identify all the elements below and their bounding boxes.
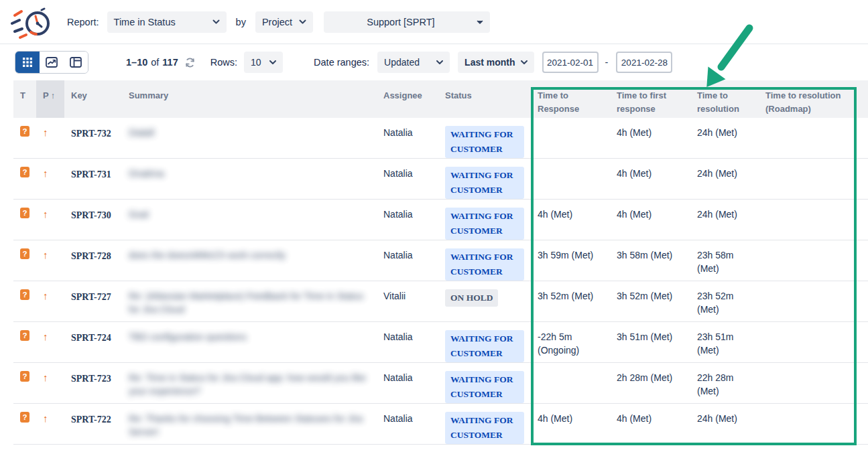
date-from-input[interactable] <box>542 52 599 73</box>
view-switcher <box>15 51 88 74</box>
table-row[interactable]: ? ↑ SPRT-723 Re: Time in Status for Jira… <box>13 363 868 404</box>
cell-time-to-response <box>531 118 610 126</box>
chevron-down-icon <box>269 60 276 64</box>
question-mark-icon: ? <box>20 126 29 137</box>
chart-view-button[interactable] <box>40 52 64 73</box>
column-header-assignee[interactable]: Assignee <box>377 80 438 118</box>
issue-key[interactable]: SPRT-723 <box>64 363 122 386</box>
arrow-up-icon: ↑ <box>43 167 48 180</box>
column-header-priority[interactable]: P↑ <box>36 80 64 118</box>
chevron-down-icon <box>436 60 443 64</box>
assignee-link[interactable]: Natalia <box>377 200 438 221</box>
cell-time-to-response <box>531 363 610 371</box>
issue-summary: Re: Time in Status for Jira Cloud app: h… <box>122 363 377 398</box>
cell-time-to-resolution: 23h 51m (Met) <box>690 322 759 357</box>
assignee-link[interactable]: Natalia <box>377 118 438 139</box>
column-header-status[interactable]: Status <box>438 80 531 118</box>
issue-key[interactable]: SPRT-732 <box>64 118 122 141</box>
cell-time-to-response: 4h (Met) <box>531 404 610 425</box>
issue-key[interactable]: SPRT-727 <box>64 281 122 304</box>
column-view-button[interactable] <box>64 52 88 73</box>
date-preset-select[interactable]: Last month <box>458 52 534 73</box>
column-header-time-to-resolution[interactable]: Time to resolution <box>690 80 759 118</box>
report-type-select[interactable]: Time in Status <box>107 11 227 33</box>
grid-view-button[interactable] <box>15 52 40 73</box>
assignee-link[interactable]: Vitalii <box>377 281 438 303</box>
scope-value: Project <box>262 17 292 27</box>
arrow-up-icon: ↑ <box>43 412 48 425</box>
chart-view-icon <box>46 57 58 68</box>
assignee-link[interactable]: Natalia <box>377 159 438 180</box>
question-mark-icon: ? <box>20 208 29 218</box>
issue-key[interactable]: SPRT-724 <box>64 322 122 345</box>
cell-time-to-resolution: 22h 28m (Met) <box>690 363 759 398</box>
arrow-up-icon: ↑ <box>43 126 48 139</box>
scope-select[interactable]: Project <box>255 11 313 33</box>
table-row[interactable]: ? ↑ SPRT-732 Dialall Natalia WAITING FOR… <box>13 118 868 159</box>
table-row[interactable]: ? ↑ SPRT-727 Re: (Atlassian Marketplace)… <box>13 281 868 322</box>
assignee-link[interactable]: Natalia <box>377 404 438 425</box>
rows-per-page-value: 10 <box>251 57 261 68</box>
column-header-time-to-response[interactable]: Time to Response <box>531 80 610 118</box>
issue-key[interactable]: SPRT-722 <box>64 404 122 427</box>
status-badge: WAITING FOR CUSTOMER <box>445 126 524 158</box>
date-range-separator: - <box>605 57 609 68</box>
column-header-time-to-resolution-roadmap[interactable]: Time to resolution (Roadmap) <box>759 80 868 118</box>
pagination-of: of <box>151 57 159 68</box>
issues-table: T P↑ Key Summary Assignee Status Time to… <box>13 80 868 445</box>
cell-time-to-first-response: 4h (Met) <box>610 200 690 221</box>
status-cell: WAITING FOR CUSTOMER <box>438 240 531 281</box>
assignee-link[interactable]: Natalia <box>377 363 438 384</box>
sort-ascending-icon: ↑ <box>51 90 56 100</box>
pagination-range: 1–10 <box>126 57 147 68</box>
issue-summary: Re: Thanks for choosing Time Between Sta… <box>122 404 377 439</box>
status-badge: WAITING FOR CUSTOMER <box>445 412 524 444</box>
column-header-type[interactable]: T <box>13 80 36 118</box>
priority-cell: ↑ <box>36 322 64 344</box>
column-header-time-to-first-response[interactable]: Time to first response <box>610 80 690 118</box>
status-badge: ON HOLD <box>445 289 498 307</box>
cell-time-to-first-response: 2h 28m (Met) <box>610 363 690 384</box>
table-body: ? ↑ SPRT-732 Dialall Natalia WAITING FOR… <box>13 118 868 445</box>
project-select[interactable]: Support [SPRT] <box>324 11 490 33</box>
issue-summary: does the doesnMMcCh work correctly <box>122 240 377 262</box>
date-field-select[interactable]: Updated <box>377 52 450 73</box>
table-row[interactable]: ? ↑ SPRT-722 Re: Thanks for choosing Tim… <box>13 404 868 445</box>
status-cell: WAITING FOR CUSTOMER <box>438 118 531 158</box>
status-badge: WAITING FOR CUSTOMER <box>445 208 524 240</box>
priority-cell: ↑ <box>36 404 64 425</box>
cell-time-to-resolution-roadmap <box>759 118 868 126</box>
rows-per-page-select[interactable]: 10 <box>244 52 283 73</box>
refresh-button[interactable] <box>184 57 196 68</box>
issue-key[interactable]: SPRT-730 <box>64 200 122 222</box>
date-to-input[interactable] <box>616 52 672 73</box>
table-row[interactable]: ? ↑ SPRT-730 Goal Natalia WAITING FOR CU… <box>13 200 868 240</box>
issue-key[interactable]: SPRT-731 <box>64 159 122 181</box>
cell-time-to-response <box>531 159 610 167</box>
cell-time-to-resolution-roadmap <box>759 322 868 330</box>
issue-type-cell: ? <box>13 240 36 259</box>
issue-type-cell: ? <box>13 322 36 341</box>
by-label: by <box>236 17 246 27</box>
column-header-summary[interactable]: Summary <box>122 80 377 118</box>
status-badge: WAITING FOR CUSTOMER <box>445 248 524 281</box>
table-row[interactable]: ? ↑ SPRT-728 does the doesnMMcCh work co… <box>13 240 868 281</box>
table-row[interactable]: ? ↑ SPRT-731 Onatima Natalia WAITING FOR… <box>13 159 868 200</box>
column-header-key[interactable]: Key <box>64 80 122 118</box>
issue-key[interactable]: SPRT-728 <box>64 240 122 263</box>
date-preset-value: Last month <box>464 57 515 68</box>
time-in-status-logo <box>11 5 55 40</box>
cell-time-to-resolution-roadmap <box>759 159 868 167</box>
issue-summary: Dialall <box>122 118 377 139</box>
table-row[interactable]: ? ↑ SPRT-724 TBD configuration questions… <box>13 322 868 363</box>
assignee-link[interactable]: Natalia <box>377 240 438 262</box>
cell-time-to-resolution: 24h (Met) <box>690 118 759 139</box>
table-header-row: T P↑ Key Summary Assignee Status Time to… <box>13 80 868 118</box>
arrow-up-icon: ↑ <box>43 289 48 303</box>
assignee-link[interactable]: Natalia <box>377 322 438 344</box>
cell-time-to-resolution: 24h (Met) <box>690 159 759 180</box>
issue-type-cell: ? <box>13 200 36 218</box>
cell-time-to-resolution-roadmap <box>759 363 868 371</box>
issue-summary: Onatima <box>122 159 377 180</box>
cell-time-to-resolution: 23h 58m (Met) <box>690 240 759 275</box>
